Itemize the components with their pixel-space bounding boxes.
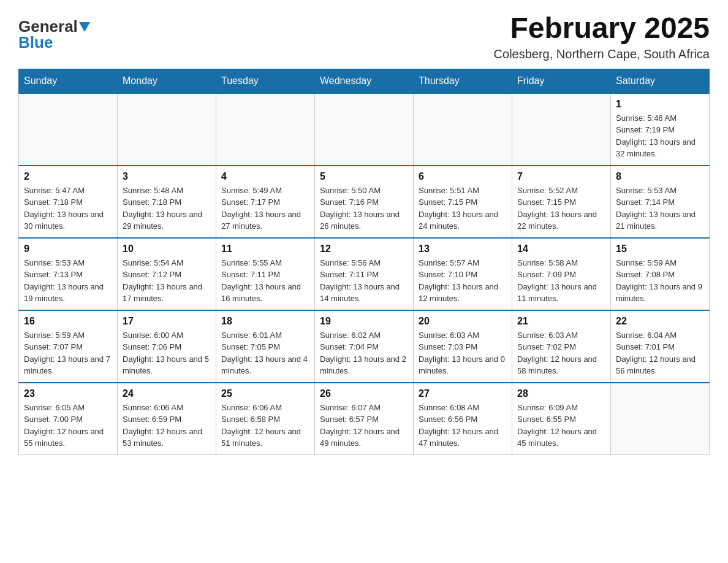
calendar-cell: 10Sunrise: 5:54 AMSunset: 7:12 PMDayligh… <box>118 238 216 310</box>
day-info: Sunrise: 6:03 AMSunset: 7:03 PMDaylight:… <box>419 329 507 377</box>
calendar-cell: 16Sunrise: 5:59 AMSunset: 7:07 PMDayligh… <box>19 310 118 383</box>
day-info: Sunrise: 5:57 AMSunset: 7:10 PMDaylight:… <box>419 257 507 305</box>
day-info: Sunrise: 6:01 AMSunset: 7:05 PMDaylight:… <box>221 329 309 377</box>
logo-general: General <box>18 18 78 34</box>
weekday-header: Friday <box>512 69 611 93</box>
calendar-cell <box>19 93 118 166</box>
weekday-header: Sunday <box>19 69 118 93</box>
day-number: 12 <box>320 243 408 255</box>
day-number: 20 <box>419 316 507 327</box>
day-number: 5 <box>320 171 408 182</box>
day-number: 27 <box>419 388 507 399</box>
weekday-header: Saturday <box>611 69 710 93</box>
calendar-cell: 1Sunrise: 5:46 AMSunset: 7:19 PMDaylight… <box>611 93 710 166</box>
calendar-cell: 18Sunrise: 6:01 AMSunset: 7:05 PMDayligh… <box>216 310 315 383</box>
calendar-cell: 7Sunrise: 5:52 AMSunset: 7:15 PMDaylight… <box>512 166 611 238</box>
logo: General Blue <box>18 18 90 50</box>
day-info: Sunrise: 5:53 AMSunset: 7:14 PMDaylight:… <box>616 185 704 232</box>
svg-marker-0 <box>79 22 90 32</box>
day-info: Sunrise: 5:51 AMSunset: 7:15 PMDaylight:… <box>419 185 507 232</box>
calendar-cell: 15Sunrise: 5:59 AMSunset: 7:08 PMDayligh… <box>611 238 710 310</box>
calendar-cell: 21Sunrise: 6:03 AMSunset: 7:02 PMDayligh… <box>512 310 611 383</box>
calendar-week-row: 16Sunrise: 5:59 AMSunset: 7:07 PMDayligh… <box>19 310 710 383</box>
calendar-week-row: 9Sunrise: 5:53 AMSunset: 7:13 PMDaylight… <box>19 238 710 310</box>
day-number: 15 <box>616 243 704 255</box>
page-header: General Blue February 2025 Colesberg, No… <box>18 12 710 61</box>
day-info: Sunrise: 6:08 AMSunset: 6:56 PMDaylight:… <box>419 402 507 450</box>
day-number: 8 <box>616 171 704 182</box>
day-number: 21 <box>517 316 605 327</box>
calendar-week-row: 2Sunrise: 5:47 AMSunset: 7:18 PMDaylight… <box>19 166 710 238</box>
day-number: 13 <box>419 243 507 255</box>
calendar-week-row: 23Sunrise: 6:05 AMSunset: 7:00 PMDayligh… <box>19 383 710 455</box>
calendar-cell: 27Sunrise: 6:08 AMSunset: 6:56 PMDayligh… <box>414 383 512 455</box>
calendar-cell: 8Sunrise: 5:53 AMSunset: 7:14 PMDaylight… <box>611 166 710 238</box>
day-number: 17 <box>123 316 211 327</box>
calendar-cell: 4Sunrise: 5:49 AMSunset: 7:17 PMDaylight… <box>216 166 315 238</box>
calendar-cell <box>414 93 512 166</box>
day-number: 11 <box>221 243 309 255</box>
day-info: Sunrise: 5:52 AMSunset: 7:15 PMDaylight:… <box>517 185 605 232</box>
calendar-cell: 20Sunrise: 6:03 AMSunset: 7:03 PMDayligh… <box>414 310 512 383</box>
day-number: 4 <box>221 171 309 182</box>
day-info: Sunrise: 6:09 AMSunset: 6:55 PMDaylight:… <box>517 402 605 450</box>
day-number: 28 <box>517 388 605 399</box>
day-number: 7 <box>517 171 605 182</box>
calendar-cell <box>611 383 710 455</box>
title-block: February 2025 Colesberg, Northern Cape, … <box>494 12 710 61</box>
day-number: 25 <box>221 388 309 399</box>
calendar-cell: 25Sunrise: 6:06 AMSunset: 6:58 PMDayligh… <box>216 383 315 455</box>
day-number: 9 <box>24 243 112 255</box>
day-info: Sunrise: 5:53 AMSunset: 7:13 PMDaylight:… <box>24 257 112 305</box>
calendar-cell <box>512 93 611 166</box>
day-number: 23 <box>24 388 112 399</box>
calendar-cell: 24Sunrise: 6:06 AMSunset: 6:59 PMDayligh… <box>118 383 216 455</box>
day-info: Sunrise: 6:06 AMSunset: 6:58 PMDaylight:… <box>221 402 309 450</box>
day-number: 18 <box>221 316 309 327</box>
calendar-cell: 3Sunrise: 5:48 AMSunset: 7:18 PMDaylight… <box>118 166 216 238</box>
day-info: Sunrise: 5:48 AMSunset: 7:18 PMDaylight:… <box>123 185 211 232</box>
day-info: Sunrise: 5:50 AMSunset: 7:16 PMDaylight:… <box>320 185 408 232</box>
calendar-cell: 28Sunrise: 6:09 AMSunset: 6:55 PMDayligh… <box>512 383 611 455</box>
day-info: Sunrise: 5:46 AMSunset: 7:19 PMDaylight:… <box>616 112 704 160</box>
calendar-cell: 26Sunrise: 6:07 AMSunset: 6:57 PMDayligh… <box>315 383 414 455</box>
month-title: February 2025 <box>494 12 710 45</box>
calendar-cell: 13Sunrise: 5:57 AMSunset: 7:10 PMDayligh… <box>414 238 512 310</box>
day-number: 26 <box>320 388 408 399</box>
day-number: 16 <box>24 316 112 327</box>
weekday-header: Tuesday <box>216 69 315 93</box>
day-info: Sunrise: 5:56 AMSunset: 7:11 PMDaylight:… <box>320 257 408 305</box>
logo-arrow-icon <box>79 22 90 32</box>
calendar-cell: 22Sunrise: 6:04 AMSunset: 7:01 PMDayligh… <box>611 310 710 383</box>
day-info: Sunrise: 5:55 AMSunset: 7:11 PMDaylight:… <box>221 257 309 305</box>
logo-blue: Blue <box>18 34 53 50</box>
day-info: Sunrise: 6:02 AMSunset: 7:04 PMDaylight:… <box>320 329 408 377</box>
day-info: Sunrise: 6:06 AMSunset: 6:59 PMDaylight:… <box>123 402 211 450</box>
day-info: Sunrise: 5:59 AMSunset: 7:08 PMDaylight:… <box>616 257 704 305</box>
calendar-cell: 11Sunrise: 5:55 AMSunset: 7:11 PMDayligh… <box>216 238 315 310</box>
day-number: 10 <box>123 243 211 255</box>
day-info: Sunrise: 5:49 AMSunset: 7:17 PMDaylight:… <box>221 185 309 232</box>
day-info: Sunrise: 5:59 AMSunset: 7:07 PMDaylight:… <box>24 329 112 377</box>
calendar-cell: 6Sunrise: 5:51 AMSunset: 7:15 PMDaylight… <box>414 166 512 238</box>
calendar-cell: 14Sunrise: 5:58 AMSunset: 7:09 PMDayligh… <box>512 238 611 310</box>
calendar-cell: 17Sunrise: 6:00 AMSunset: 7:06 PMDayligh… <box>118 310 216 383</box>
calendar-week-row: 1Sunrise: 5:46 AMSunset: 7:19 PMDaylight… <box>19 93 710 166</box>
day-info: Sunrise: 6:00 AMSunset: 7:06 PMDaylight:… <box>123 329 211 377</box>
calendar-cell <box>216 93 315 166</box>
day-number: 22 <box>616 316 704 327</box>
day-info: Sunrise: 6:04 AMSunset: 7:01 PMDaylight:… <box>616 329 704 377</box>
calendar-header-row: SundayMondayTuesdayWednesdayThursdayFrid… <box>19 69 710 93</box>
calendar-cell: 12Sunrise: 5:56 AMSunset: 7:11 PMDayligh… <box>315 238 414 310</box>
calendar-cell: 2Sunrise: 5:47 AMSunset: 7:18 PMDaylight… <box>19 166 118 238</box>
weekday-header: Wednesday <box>315 69 414 93</box>
day-number: 14 <box>517 243 605 255</box>
day-number: 24 <box>123 388 211 399</box>
calendar-cell: 19Sunrise: 6:02 AMSunset: 7:04 PMDayligh… <box>315 310 414 383</box>
weekday-header: Thursday <box>414 69 512 93</box>
calendar-cell: 5Sunrise: 5:50 AMSunset: 7:16 PMDaylight… <box>315 166 414 238</box>
weekday-header: Monday <box>118 69 216 93</box>
calendar-cell <box>315 93 414 166</box>
day-number: 19 <box>320 316 408 327</box>
calendar-cell: 23Sunrise: 6:05 AMSunset: 7:00 PMDayligh… <box>19 383 118 455</box>
